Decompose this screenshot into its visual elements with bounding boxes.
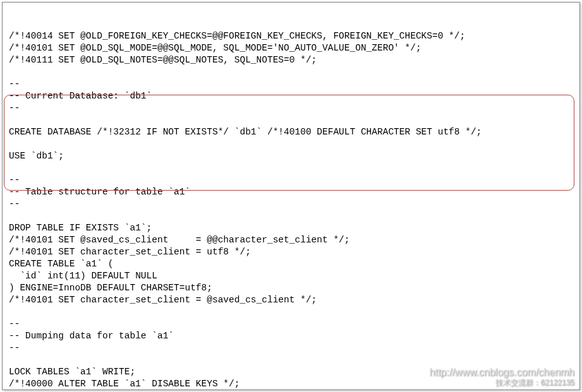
code-line: /*!40101 SET @OLD_SQL_MODE=@@SQL_MODE, S… <box>9 42 573 54</box>
code-line: DROP TABLE IF EXISTS `a1`; <box>9 222 573 234</box>
code-line: CREATE TABLE `a1` ( <box>9 258 573 270</box>
code-line <box>9 66 573 78</box>
code-line: USE `db1`; <box>9 150 573 162</box>
code-line <box>9 162 573 174</box>
code-line: CREATE DATABASE /*!32312 IF NOT EXISTS*/… <box>9 126 573 138</box>
code-line: -- <box>9 342 573 354</box>
code-line <box>9 306 573 318</box>
code-line <box>9 354 573 366</box>
code-line: /*!40101 SET character_set_client = utf8… <box>9 246 573 258</box>
code-line: /*!40111 SET @OLD_SQL_NOTES=@@SQL_NOTES,… <box>9 54 573 66</box>
code-line: ) ENGINE=InnoDB DEFAULT CHARSET=utf8; <box>9 282 573 294</box>
code-line: -- Current Database: `db1` <box>9 90 573 102</box>
code-line: /*!40014 SET @OLD_FOREIGN_KEY_CHECKS=@@F… <box>9 30 573 42</box>
code-line: /*!40101 SET @saved_cs_client = @@charac… <box>9 234 573 246</box>
code-line: -- <box>9 318 573 330</box>
code-line <box>9 210 573 222</box>
code-line: `id` int(11) DEFAULT NULL <box>9 270 573 282</box>
code-line: -- <box>9 198 573 210</box>
code-container: /*!40014 SET @OLD_FOREIGN_KEY_CHECKS=@@F… <box>2 2 580 390</box>
code-line <box>9 138 573 150</box>
code-line: -- <box>9 78 573 90</box>
code-line: -- <box>9 174 573 186</box>
code-line: -- <box>9 102 573 114</box>
code-line <box>9 114 573 126</box>
watermark-group: 技术交流群：62122135 <box>495 377 574 388</box>
code-block: /*!40014 SET @OLD_FOREIGN_KEY_CHECKS=@@F… <box>9 30 573 390</box>
code-line: -- Dumping data for table `a1` <box>9 330 573 342</box>
code-line: /*!40000 ALTER TABLE `a1` DISABLE KEYS *… <box>9 378 573 390</box>
code-line: -- Table structure for table `a1` <box>9 186 573 198</box>
code-line: /*!40101 SET character_set_client = @sav… <box>9 294 573 306</box>
watermark-url: http://www.cnblogs.com/chenmh <box>430 367 574 378</box>
